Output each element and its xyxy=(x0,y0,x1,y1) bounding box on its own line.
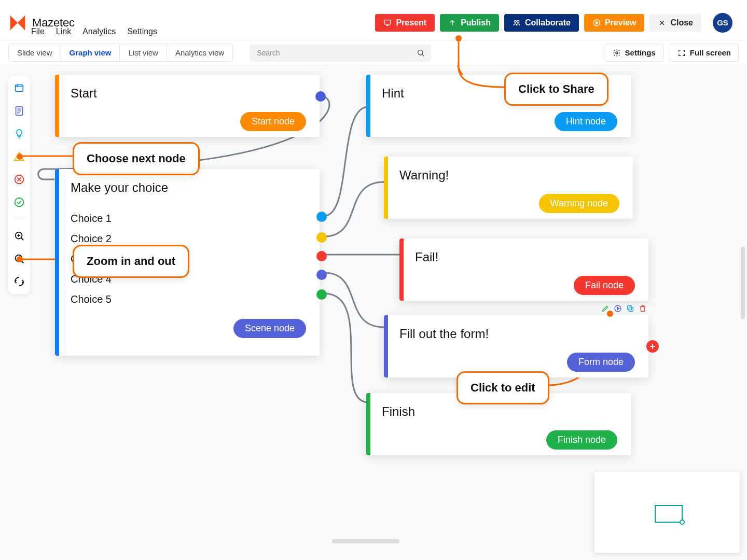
callout-next-node-dot xyxy=(17,153,23,160)
svg-rect-13 xyxy=(629,307,633,311)
zoom-fit-icon[interactable] xyxy=(12,274,26,289)
port-scene-3[interactable] xyxy=(316,251,327,261)
view-tabs: Slide view Graph view List view Analytic… xyxy=(8,44,233,62)
publish-button[interactable]: Publish xyxy=(440,14,499,32)
svg-point-9 xyxy=(15,198,24,207)
port-start-out[interactable] xyxy=(315,91,326,102)
minimap[interactable] xyxy=(594,472,740,553)
node-hint-pill: Hint node xyxy=(555,112,617,131)
port-scene-2[interactable] xyxy=(316,232,327,243)
tab-list-view[interactable]: List view xyxy=(120,44,167,61)
preview-button[interactable]: Preview xyxy=(584,14,644,32)
scene-choice-1[interactable]: Choice 1 xyxy=(71,208,306,229)
toolbar-divider xyxy=(13,219,25,219)
port-scene-5[interactable] xyxy=(316,289,327,300)
callout-zoom-dot xyxy=(17,256,23,262)
callout-share-dot xyxy=(455,35,462,41)
tool-scene-icon[interactable] xyxy=(12,81,26,95)
node-warning-pill: Warning node xyxy=(539,194,619,213)
svg-point-2 xyxy=(517,20,519,22)
port-scene-4[interactable] xyxy=(316,270,327,280)
node-fail-title: Fail! xyxy=(415,250,635,264)
callout-zoom: Zoom in and out xyxy=(73,245,189,278)
tool-fail-icon[interactable] xyxy=(12,172,26,187)
collaborate-button[interactable]: Collaborate xyxy=(504,14,579,32)
zoom-in-icon[interactable] xyxy=(12,229,26,243)
node-warning-title: Warning! xyxy=(399,168,619,183)
svg-rect-6 xyxy=(16,85,23,92)
svg-point-1 xyxy=(514,20,516,22)
node-fail-pill: Fail node xyxy=(574,276,635,295)
svg-rect-14 xyxy=(628,306,632,310)
node-form-title: Fill out the form! xyxy=(399,327,635,341)
search-icon xyxy=(417,49,425,57)
menu-analytics[interactable]: Analytics xyxy=(82,27,116,36)
avatar[interactable]: GS xyxy=(713,13,732,33)
vertical-scrollbar[interactable] xyxy=(741,247,745,319)
svg-point-5 xyxy=(616,52,618,54)
add-node-button[interactable]: + xyxy=(646,340,659,353)
logo-icon xyxy=(8,13,27,32)
node-form[interactable]: Fill out the form! Form node xyxy=(384,315,648,377)
close-button[interactable]: Close xyxy=(649,14,701,32)
horizontal-scrollbar[interactable] xyxy=(332,539,399,543)
node-scene-title: Make your choice xyxy=(71,180,306,195)
present-button[interactable]: Present xyxy=(375,14,435,32)
tool-form-icon[interactable] xyxy=(12,104,26,118)
search-input[interactable] xyxy=(250,44,431,62)
callout-edit-dot xyxy=(607,311,613,317)
tool-finish-icon[interactable] xyxy=(12,195,26,209)
port-scene-1[interactable] xyxy=(316,212,327,222)
tab-analytics-view[interactable]: Analytics view xyxy=(167,44,232,61)
svg-rect-0 xyxy=(384,20,391,24)
settings-button[interactable]: Settings xyxy=(605,44,663,62)
node-finish-title: Finish xyxy=(382,404,617,419)
minimap-viewport[interactable] xyxy=(655,505,683,523)
scene-choice-5[interactable]: Choice 5 xyxy=(71,289,306,310)
menu-row: File Link Analytics Settings xyxy=(31,27,157,36)
node-warning[interactable]: Warning! Warning node xyxy=(384,157,633,219)
graph-canvas[interactable]: Start Start node Make your choice Choice… xyxy=(0,65,747,560)
node-finish-pill: Finish node xyxy=(546,430,617,450)
svg-point-4 xyxy=(418,50,423,54)
node-start-pill: Start node xyxy=(240,112,306,131)
tool-hint-icon[interactable] xyxy=(12,127,26,141)
node-form-pill: Form node xyxy=(567,353,635,372)
sub-toolbar: Slide view Graph view List view Analytic… xyxy=(0,40,747,65)
fullscreen-button[interactable]: Full screen xyxy=(670,44,739,62)
menu-settings[interactable]: Settings xyxy=(127,27,157,36)
menu-link[interactable]: Link xyxy=(56,27,71,36)
delete-icon[interactable] xyxy=(638,304,647,313)
minimap-resize-handle[interactable] xyxy=(680,520,685,525)
node-start-title: Start xyxy=(71,86,306,101)
copy-icon[interactable] xyxy=(626,304,635,313)
node-start[interactable]: Start Start node xyxy=(55,75,320,137)
tab-graph-view[interactable]: Graph view xyxy=(61,44,120,61)
menu-file[interactable]: File xyxy=(31,27,45,36)
tab-slide-view[interactable]: Slide view xyxy=(9,44,61,61)
play-icon[interactable] xyxy=(613,304,622,313)
node-scene-pill: Scene node xyxy=(233,319,306,338)
callout-next-node: Choose next node xyxy=(73,142,200,175)
callout-share: Click to Share xyxy=(504,73,608,106)
callout-edit: Click to edit xyxy=(457,371,549,404)
node-fail[interactable]: Fail! Fail node xyxy=(399,239,648,301)
